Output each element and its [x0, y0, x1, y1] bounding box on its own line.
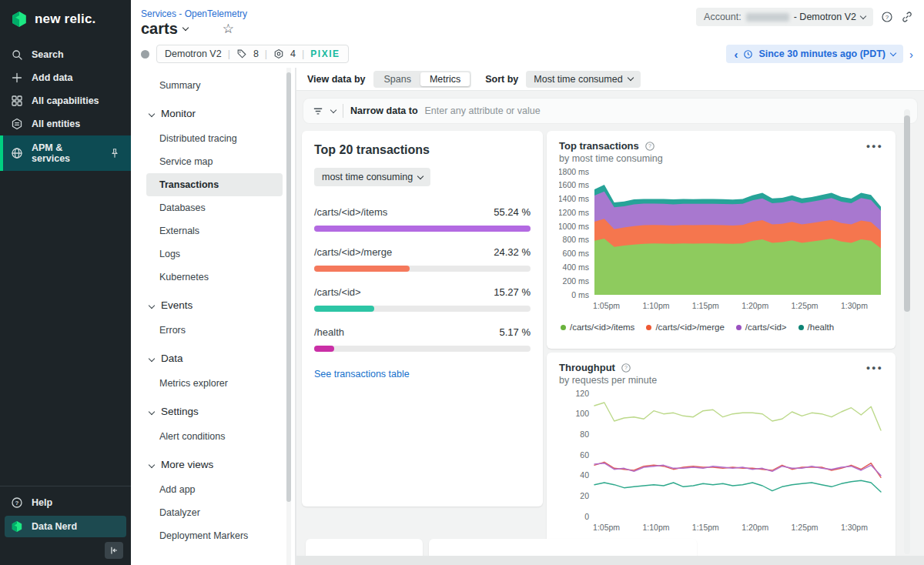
- chart1-help-icon[interactable]: ?: [644, 141, 655, 152]
- svg-text:1:15pm: 1:15pm: [692, 301, 719, 310]
- transaction-bar-track: [314, 266, 531, 272]
- legend-item[interactable]: /health: [798, 323, 835, 332]
- subnav-item-transactions[interactable]: Transactions: [146, 173, 283, 196]
- legend-item[interactable]: /carts/<id>/items: [561, 323, 634, 332]
- subnav-item-add-app[interactable]: Add app: [146, 478, 283, 501]
- subnav-item-service-map[interactable]: Service map: [146, 150, 283, 173]
- sidebar-item-label: Help: [32, 497, 52, 508]
- filter-bar[interactable]: Narrow data to Enter any attribute or va…: [303, 99, 917, 123]
- subnav-section-more-views[interactable]: More views: [131, 451, 295, 478]
- account-selector[interactable]: Account: - Demotron V2: [696, 8, 873, 26]
- chart1-menu-icon[interactable]: ●●●: [866, 142, 883, 150]
- tag-icon: [236, 48, 247, 59]
- narrow-data-label: Narrow data to: [350, 105, 418, 116]
- transaction-row[interactable]: /health5.17 %: [314, 326, 531, 352]
- svg-text:0 ms: 0 ms: [571, 290, 589, 299]
- favorite-star-icon[interactable]: ☆: [223, 22, 234, 35]
- chart2-subtitle: by requests per minute: [559, 375, 883, 386]
- subnav-item-summary[interactable]: Summary: [146, 74, 283, 97]
- pin-icon[interactable]: [109, 148, 120, 159]
- filter-divider: [343, 104, 343, 118]
- transaction-row[interactable]: /carts/<id>/merge24.32 %: [314, 246, 531, 272]
- subnav-section-monitor[interactable]: Monitor: [131, 100, 295, 127]
- filter-input[interactable]: Enter any attribute or value: [425, 105, 541, 116]
- subnav-item-kubernetes[interactable]: Kubernetes: [146, 266, 283, 289]
- sidebar-item-apm-services[interactable]: APM & services: [0, 135, 131, 171]
- transaction-row[interactable]: /carts/<id>/items55.24 %: [314, 206, 531, 232]
- subnav-item-externals[interactable]: Externals: [146, 219, 283, 242]
- subnav-item-metrics-explorer[interactable]: Metrics explorer: [146, 372, 283, 395]
- transaction-percent: 24.32 %: [494, 246, 531, 258]
- chart2-menu-icon[interactable]: ●●●: [866, 364, 883, 372]
- subnav-item-alert-conditions[interactable]: Alert conditions: [146, 425, 283, 448]
- account-value: - Demotron V2: [794, 12, 856, 22]
- subnav-section-label: Events: [161, 299, 192, 311]
- svg-text:120: 120: [575, 389, 589, 398]
- subnav-item-databases[interactable]: Databases: [146, 196, 283, 219]
- subnav-divider: [295, 68, 296, 565]
- transactions-rows: /carts/<id>/items55.24 %/carts/<id>/merg…: [314, 206, 531, 352]
- transactions-sort-dropdown[interactable]: most time consuming: [314, 168, 430, 186]
- sidebar-item-search[interactable]: Search: [0, 43, 131, 66]
- breadcrumb[interactable]: Services - OpenTelemetry: [141, 8, 247, 19]
- chevron-down-icon: [149, 461, 155, 467]
- sidebar-collapse-button[interactable]: [105, 542, 123, 559]
- throughput-chart: 1201008060402001:05pm1:10pm1:15pm1:20pm1…: [559, 386, 883, 537]
- subnav-section-label: More views: [161, 459, 213, 470]
- sort-by-dropdown[interactable]: Most time consumed: [526, 71, 640, 88]
- sidebar-item-all-capabilities[interactable]: All capabilities: [0, 89, 131, 112]
- pixie-badge: PIXIE: [310, 48, 340, 59]
- transaction-line: /health5.17 %: [314, 326, 531, 338]
- help-circle-icon[interactable]: ?: [881, 11, 893, 23]
- sidebar-item-all-entities[interactable]: All entities: [0, 112, 131, 135]
- transactions-sort-value: most time consuming: [322, 172, 413, 182]
- subnav-item-distributed-tracing[interactable]: Distributed tracing: [146, 127, 283, 150]
- sidebar-item-data-nerd[interactable]: Data Nerd: [5, 516, 126, 537]
- sidebar-item-label: All capabilities: [32, 95, 99, 106]
- subnav-scrollbar[interactable]: [286, 68, 291, 565]
- svg-text:1800 ms: 1800 ms: [559, 167, 589, 176]
- transaction-bar-track: [314, 306, 531, 312]
- permalink-icon[interactable]: [901, 11, 913, 23]
- subnav-item-logs[interactable]: Logs: [146, 242, 283, 266]
- filter-chevron-down-icon[interactable]: [330, 106, 336, 112]
- svg-text:400 ms: 400 ms: [563, 262, 589, 272]
- spans-metrics-toggle: Spans Metrics: [373, 71, 472, 88]
- toggle-metrics[interactable]: Metrics: [420, 72, 470, 86]
- transaction-name: /carts/<id>/items: [314, 206, 387, 218]
- top-transactions-chart: 1800 ms1600 ms1400 ms1200 ms1000 ms800 m…: [559, 164, 883, 315]
- svg-text:1200 ms: 1200 ms: [559, 208, 589, 217]
- chevron-down-icon: [149, 408, 155, 414]
- legend-item[interactable]: /carts/<id>/merge: [646, 323, 724, 332]
- main-scrollbar[interactable]: [904, 109, 910, 554]
- globe-icon: [11, 147, 23, 159]
- tags-pill[interactable]: Demotron V2 | 8 | 4 | PIXIE: [156, 45, 349, 63]
- time-picker[interactable]: ‹ Since 30 minutes ago (PDT): [726, 45, 903, 63]
- subnav-item-datalyzer[interactable]: Datalyzer: [146, 501, 283, 524]
- sort-chevron-down-icon: [627, 75, 633, 81]
- new-relic-logo[interactable]: new relic.: [0, 0, 131, 40]
- subnav-section-settings[interactable]: Settings: [131, 398, 295, 425]
- transaction-line: /carts/<id>/items55.24 %: [314, 206, 531, 218]
- sidebar-footer-items: ?HelpData Nerd: [0, 491, 131, 537]
- subnav-section-events[interactable]: Events: [131, 292, 295, 319]
- time-prev-icon[interactable]: ‹: [734, 48, 738, 60]
- grid-icon: [11, 95, 23, 107]
- time-next-icon[interactable]: ›: [909, 48, 913, 60]
- subnav-item-deployment-markers[interactable]: Deployment Markers: [146, 524, 283, 547]
- toggle-spans[interactable]: Spans: [375, 72, 420, 86]
- collapse-icon: [109, 545, 119, 556]
- subnav-section-data[interactable]: Data: [131, 345, 295, 372]
- sidebar-item-help[interactable]: ?Help: [0, 491, 131, 514]
- subnav-item-errors[interactable]: Errors: [146, 319, 283, 342]
- chart2-help-icon[interactable]: ?: [621, 363, 631, 373]
- title-chevron-down-icon[interactable]: [182, 25, 189, 31]
- svg-text:1:15pm: 1:15pm: [692, 523, 719, 532]
- legend-dot: [798, 325, 804, 330]
- transaction-row[interactable]: /carts/<id>15.27 %: [314, 286, 531, 312]
- sidebar-item-add-data[interactable]: Add data: [0, 66, 131, 89]
- legend-dot: [736, 325, 742, 330]
- see-transactions-table-link[interactable]: See transactions table: [314, 369, 410, 379]
- legend-item[interactable]: /carts/<id>: [736, 323, 787, 332]
- transaction-line: /carts/<id>/merge24.32 %: [314, 246, 531, 258]
